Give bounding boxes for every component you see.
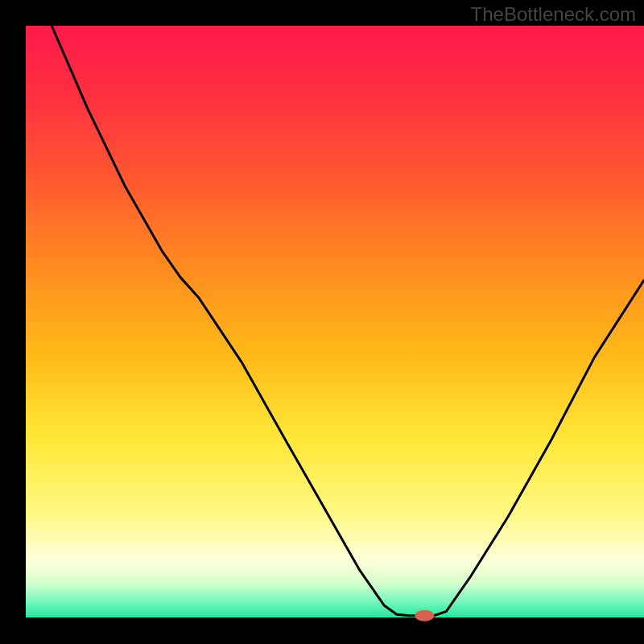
- bottom-border: [0, 617, 644, 644]
- watermark-text: TheBottleneck.com: [471, 3, 636, 26]
- bottleneck-chart: [0, 0, 644, 644]
- chart-container: TheBottleneck.com: [0, 0, 644, 644]
- optimal-marker: [415, 610, 434, 621]
